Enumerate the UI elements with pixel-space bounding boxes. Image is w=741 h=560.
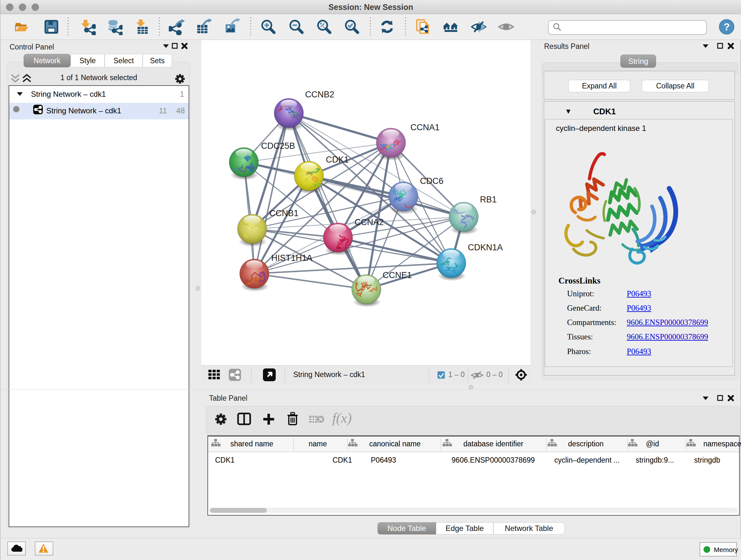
svg-text:HIST1H1A: HIST1H1A	[271, 253, 313, 263]
svg-text:CDKN1A: CDKN1A	[468, 243, 503, 252]
svg-text:CCNA1: CCNA1	[410, 123, 440, 132]
svg-text:CDK1: CDK1	[326, 155, 349, 165]
svg-text:?: ?	[724, 21, 730, 33]
svg-text:CCNA2: CCNA2	[354, 217, 384, 227]
svg-text:CCNB2: CCNB2	[305, 90, 334, 99]
svg-text:CDC6: CDC6	[420, 176, 444, 186]
svg-text:CDC25B: CDC25B	[261, 141, 295, 151]
svg-text:RB1: RB1	[480, 195, 497, 204]
svg-text:CCNE1: CCNE1	[383, 270, 412, 280]
svg-text:CCNB1: CCNB1	[269, 208, 299, 218]
